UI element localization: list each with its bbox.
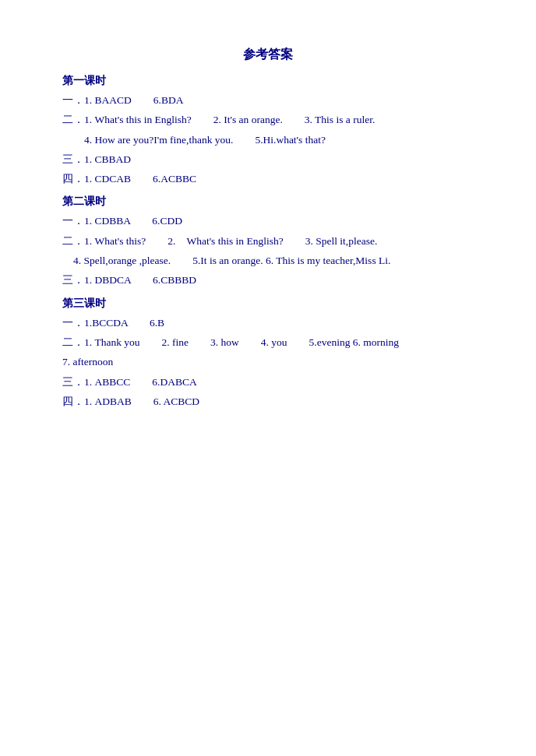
s1-yi-line: 一．1. BAACD 6.BDA <box>62 91 474 110</box>
s2-er-line1: 二．1. What's this? 2. What's this in Engl… <box>62 232 474 251</box>
s1-san-line: 三．1. CBBAD <box>62 150 474 169</box>
page-title: 参考答案 <box>62 47 474 63</box>
s2-er-line2: 4. Spell,orange ,please. 5.It is an oran… <box>62 251 474 270</box>
s3-si-line: 四．1. ADBAB 6. ACBCD <box>62 392 474 411</box>
s1-er-line1: 二．1. What's this in English? 2. It's an … <box>62 111 474 129</box>
page: 参考答案 第一课时 一．1. BAACD 6.BDA 二．1. What's t… <box>0 0 536 756</box>
s3-er-line2: 7. afternoon <box>62 353 474 371</box>
s1-si-line: 四．1. CDCAB 6.ACBBC <box>62 170 474 188</box>
s2-yi-line: 一．1. CDBBA 6.CDD <box>62 212 474 230</box>
s2-san-line: 三．1. DBDCA 6.CBBBD <box>62 271 474 290</box>
section3-title: 第三课时 <box>62 297 474 311</box>
s1-er-line2: 4. How are you?I'm fine,thank you. 5.Hi.… <box>62 131 474 149</box>
section2-title: 第二课时 <box>62 195 474 209</box>
s3-san-line: 三．1. ABBCC 6.DABCA <box>62 373 474 392</box>
s3-er-line1: 二．1. Thank you 2. fine 3. how 4. you 5.e… <box>62 333 474 352</box>
section1-title: 第一课时 <box>62 74 474 88</box>
s3-yi-line: 一．1.BCCDA 6.B <box>62 314 474 332</box>
